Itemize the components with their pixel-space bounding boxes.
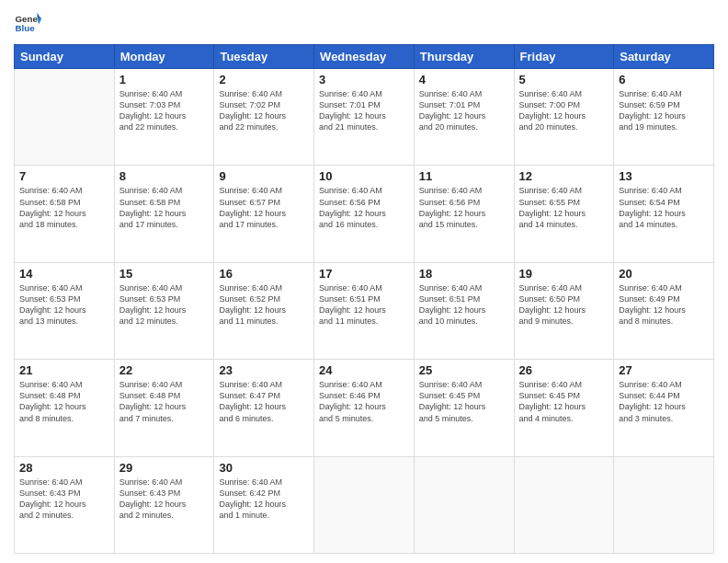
day-info: Sunrise: 6:40 AMSunset: 6:44 PMDaylight:… xyxy=(619,379,709,424)
calendar-cell: 7Sunrise: 6:40 AMSunset: 6:58 PMDaylight… xyxy=(15,166,115,262)
day-number: 16 xyxy=(219,267,309,281)
logo-icon: General Blue xyxy=(14,9,41,37)
day-info: Sunrise: 6:40 AMSunset: 6:59 PMDaylight:… xyxy=(619,88,709,133)
day-info: Sunrise: 6:40 AMSunset: 6:58 PMDaylight:… xyxy=(19,185,109,230)
day-number: 5 xyxy=(519,73,609,86)
day-info: Sunrise: 6:40 AMSunset: 6:45 PMDaylight:… xyxy=(519,379,609,424)
calendar-cell xyxy=(514,456,614,553)
header: General Blue xyxy=(14,9,714,37)
day-info: Sunrise: 6:40 AMSunset: 6:49 PMDaylight:… xyxy=(619,282,709,327)
day-info: Sunrise: 6:40 AMSunset: 6:45 PMDaylight:… xyxy=(419,379,509,424)
day-number: 14 xyxy=(19,267,109,281)
day-info: Sunrise: 6:40 AMSunset: 6:51 PMDaylight:… xyxy=(419,282,509,327)
calendar-cell: 4Sunrise: 6:40 AMSunset: 7:01 PMDaylight… xyxy=(414,69,514,166)
calendar-cell: 2Sunrise: 6:40 AMSunset: 7:02 PMDaylight… xyxy=(214,69,314,166)
calendar-cell: 12Sunrise: 6:40 AMSunset: 6:55 PMDayligh… xyxy=(514,166,614,262)
calendar-cell: 24Sunrise: 6:40 AMSunset: 6:46 PMDayligh… xyxy=(314,360,415,456)
weekday-header-tuesday: Tuesday xyxy=(214,45,314,69)
calendar-cell: 9Sunrise: 6:40 AMSunset: 6:57 PMDaylight… xyxy=(214,166,314,262)
calendar-cell: 26Sunrise: 6:40 AMSunset: 6:45 PMDayligh… xyxy=(514,360,614,456)
calendar-cell: 27Sunrise: 6:40 AMSunset: 6:44 PMDayligh… xyxy=(614,360,714,456)
calendar-cell: 29Sunrise: 6:40 AMSunset: 6:43 PMDayligh… xyxy=(114,456,214,553)
week-row-4: 21Sunrise: 6:40 AMSunset: 6:48 PMDayligh… xyxy=(15,360,714,456)
weekday-header-sunday: Sunday xyxy=(15,45,115,69)
calendar-cell xyxy=(314,456,415,553)
day-number: 15 xyxy=(119,267,210,281)
day-number: 29 xyxy=(119,461,210,475)
calendar-cell: 14Sunrise: 6:40 AMSunset: 6:53 PMDayligh… xyxy=(15,262,115,359)
calendar-cell: 18Sunrise: 6:40 AMSunset: 6:51 PMDayligh… xyxy=(414,262,514,359)
day-info: Sunrise: 6:40 AMSunset: 6:55 PMDaylight:… xyxy=(519,185,609,230)
day-info: Sunrise: 6:40 AMSunset: 6:47 PMDaylight:… xyxy=(219,379,309,424)
day-info: Sunrise: 6:40 AMSunset: 6:51 PMDaylight:… xyxy=(319,282,409,327)
day-info: Sunrise: 6:40 AMSunset: 6:56 PMDaylight:… xyxy=(419,185,509,230)
day-info: Sunrise: 6:40 AMSunset: 6:54 PMDaylight:… xyxy=(619,185,709,230)
day-number: 3 xyxy=(319,73,409,86)
calendar-cell xyxy=(414,456,514,553)
day-info: Sunrise: 6:40 AMSunset: 7:02 PMDaylight:… xyxy=(219,88,309,133)
week-row-3: 14Sunrise: 6:40 AMSunset: 6:53 PMDayligh… xyxy=(15,262,714,359)
day-number: 8 xyxy=(119,169,210,183)
calendar-cell: 23Sunrise: 6:40 AMSunset: 6:47 PMDayligh… xyxy=(214,360,314,456)
calendar-cell: 15Sunrise: 6:40 AMSunset: 6:53 PMDayligh… xyxy=(114,262,214,359)
calendar-cell: 8Sunrise: 6:40 AMSunset: 6:58 PMDaylight… xyxy=(114,166,214,262)
day-number: 2 xyxy=(219,73,309,86)
day-info: Sunrise: 6:40 AMSunset: 6:52 PMDaylight:… xyxy=(219,282,309,327)
calendar-cell: 1Sunrise: 6:40 AMSunset: 7:03 PMDaylight… xyxy=(114,69,214,166)
day-number: 24 xyxy=(319,363,409,377)
calendar-cell: 10Sunrise: 6:40 AMSunset: 6:56 PMDayligh… xyxy=(314,166,415,262)
calendar-cell: 22Sunrise: 6:40 AMSunset: 6:48 PMDayligh… xyxy=(114,360,214,456)
day-info: Sunrise: 6:40 AMSunset: 7:03 PMDaylight:… xyxy=(119,88,210,133)
logo: General Blue xyxy=(14,9,41,37)
day-info: Sunrise: 6:40 AMSunset: 6:46 PMDaylight:… xyxy=(319,379,409,424)
day-number: 6 xyxy=(619,73,709,86)
weekday-header-monday: Monday xyxy=(114,45,214,69)
weekday-header-friday: Friday xyxy=(514,45,614,69)
day-info: Sunrise: 6:40 AMSunset: 7:01 PMDaylight:… xyxy=(319,88,409,133)
day-number: 26 xyxy=(519,363,609,377)
calendar-cell: 5Sunrise: 6:40 AMSunset: 7:00 PMDaylight… xyxy=(514,69,614,166)
calendar-cell: 6Sunrise: 6:40 AMSunset: 6:59 PMDaylight… xyxy=(614,69,714,166)
day-number: 25 xyxy=(419,363,509,377)
calendar-cell: 16Sunrise: 6:40 AMSunset: 6:52 PMDayligh… xyxy=(214,262,314,359)
day-number: 23 xyxy=(219,363,309,377)
day-info: Sunrise: 6:40 AMSunset: 6:42 PMDaylight:… xyxy=(219,477,309,522)
calendar-cell: 21Sunrise: 6:40 AMSunset: 6:48 PMDayligh… xyxy=(15,360,115,456)
day-info: Sunrise: 6:40 AMSunset: 6:48 PMDaylight:… xyxy=(119,379,210,424)
calendar-cell: 30Sunrise: 6:40 AMSunset: 6:42 PMDayligh… xyxy=(214,456,314,553)
day-info: Sunrise: 6:40 AMSunset: 6:50 PMDaylight:… xyxy=(519,282,609,327)
day-info: Sunrise: 6:40 AMSunset: 6:57 PMDaylight:… xyxy=(219,185,309,230)
day-number: 11 xyxy=(419,169,509,183)
day-info: Sunrise: 6:40 AMSunset: 6:56 PMDaylight:… xyxy=(319,185,409,230)
day-info: Sunrise: 6:40 AMSunset: 7:00 PMDaylight:… xyxy=(519,88,609,133)
calendar-cell: 13Sunrise: 6:40 AMSunset: 6:54 PMDayligh… xyxy=(614,166,714,262)
page: General Blue SundayMondayTuesdayWednesda… xyxy=(0,0,728,563)
day-info: Sunrise: 6:40 AMSunset: 6:58 PMDaylight:… xyxy=(119,185,210,230)
calendar-cell: 28Sunrise: 6:40 AMSunset: 6:43 PMDayligh… xyxy=(15,456,115,553)
svg-text:Blue: Blue xyxy=(16,23,36,33)
weekday-header-thursday: Thursday xyxy=(414,45,514,69)
day-number: 1 xyxy=(119,73,210,86)
day-number: 13 xyxy=(619,169,709,183)
day-info: Sunrise: 6:40 AMSunset: 6:53 PMDaylight:… xyxy=(119,282,210,327)
day-number: 17 xyxy=(319,267,409,281)
day-number: 28 xyxy=(19,461,109,475)
weekday-header-wednesday: Wednesday xyxy=(314,45,415,69)
day-number: 20 xyxy=(619,267,709,281)
day-number: 27 xyxy=(619,363,709,377)
day-info: Sunrise: 6:40 AMSunset: 6:48 PMDaylight:… xyxy=(19,379,109,424)
weekday-header-saturday: Saturday xyxy=(614,45,714,69)
calendar-cell: 20Sunrise: 6:40 AMSunset: 6:49 PMDayligh… xyxy=(614,262,714,359)
weekday-header-row: SundayMondayTuesdayWednesdayThursdayFrid… xyxy=(15,45,714,69)
day-number: 18 xyxy=(419,267,509,281)
day-number: 10 xyxy=(319,169,409,183)
day-number: 9 xyxy=(219,169,309,183)
day-number: 22 xyxy=(119,363,210,377)
day-number: 21 xyxy=(19,363,109,377)
calendar-cell: 19Sunrise: 6:40 AMSunset: 6:50 PMDayligh… xyxy=(514,262,614,359)
day-info: Sunrise: 6:40 AMSunset: 6:53 PMDaylight:… xyxy=(19,282,109,327)
day-number: 4 xyxy=(419,73,509,86)
week-row-1: 1Sunrise: 6:40 AMSunset: 7:03 PMDaylight… xyxy=(15,69,714,166)
day-info: Sunrise: 6:40 AMSunset: 6:43 PMDaylight:… xyxy=(119,477,210,522)
calendar-table: SundayMondayTuesdayWednesdayThursdayFrid… xyxy=(14,44,714,554)
